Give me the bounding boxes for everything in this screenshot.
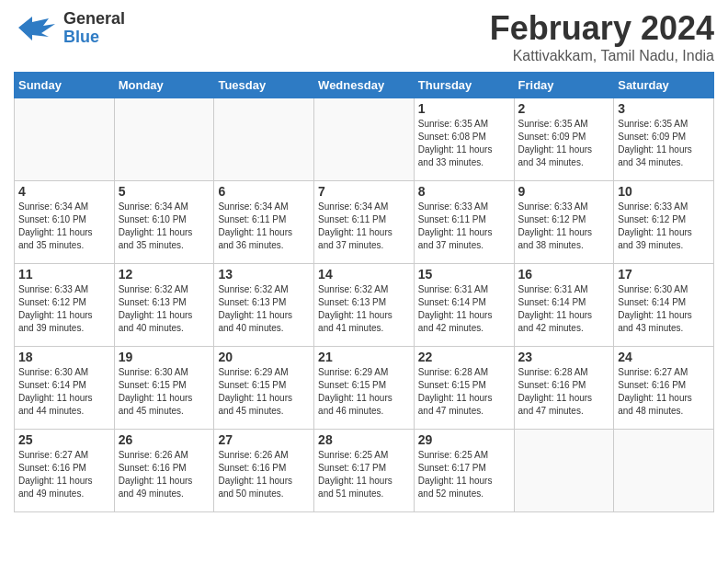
day-info: Sunrise: 6:30 AM Sunset: 6:14 PM Dayligh… (18, 366, 110, 418)
calendar-cell: 14Sunrise: 6:32 AM Sunset: 6:13 PM Dayli… (314, 264, 415, 347)
day-number: 6 (218, 184, 310, 199)
day-info: Sunrise: 6:26 AM Sunset: 6:16 PM Dayligh… (119, 449, 210, 500)
day-of-week-header: Thursday (414, 73, 514, 98)
calendar-week-row: 18Sunrise: 6:30 AM Sunset: 6:14 PM Dayli… (15, 347, 714, 430)
day-number: 1 (418, 101, 510, 116)
calendar-cell: 11Sunrise: 6:33 AM Sunset: 6:12 PM Dayli… (15, 264, 115, 347)
calendar-cell (314, 98, 415, 181)
day-info: Sunrise: 6:31 AM Sunset: 6:14 PM Dayligh… (418, 283, 510, 335)
calendar-cell: 1Sunrise: 6:35 AM Sunset: 6:08 PM Daylig… (414, 98, 514, 181)
day-info: Sunrise: 6:30 AM Sunset: 6:14 PM Dayligh… (618, 283, 710, 335)
calendar-cell: 13Sunrise: 6:32 AM Sunset: 6:13 PM Dayli… (214, 264, 314, 347)
day-info: Sunrise: 6:35 AM Sunset: 6:09 PM Dayligh… (618, 118, 710, 169)
day-number: 11 (18, 267, 110, 282)
day-info: Sunrise: 6:33 AM Sunset: 6:12 PM Dayligh… (618, 201, 710, 252)
calendar-cell: 20Sunrise: 6:29 AM Sunset: 6:15 PM Dayli… (214, 347, 314, 430)
day-info: Sunrise: 6:32 AM Sunset: 6:13 PM Dayligh… (218, 283, 310, 335)
calendar-cell: 3Sunrise: 6:35 AM Sunset: 6:09 PM Daylig… (614, 98, 714, 181)
day-info: Sunrise: 6:28 AM Sunset: 6:15 PM Dayligh… (418, 366, 510, 418)
day-info: Sunrise: 6:27 AM Sunset: 6:16 PM Dayligh… (618, 366, 710, 418)
day-info: Sunrise: 6:34 AM Sunset: 6:10 PM Dayligh… (18, 201, 110, 252)
day-info: Sunrise: 6:35 AM Sunset: 6:09 PM Dayligh… (518, 118, 610, 169)
calendar-cell: 19Sunrise: 6:30 AM Sunset: 6:15 PM Dayli… (114, 347, 214, 430)
svg-marker-0 (18, 17, 55, 40)
logo-label: General Blue (63, 10, 125, 47)
month-title: February 2024 (490, 9, 714, 48)
calendar-table: SundayMondayTuesdayWednesdayThursdayFrid… (14, 72, 714, 512)
day-info: Sunrise: 6:30 AM Sunset: 6:15 PM Dayligh… (119, 366, 210, 418)
day-info: Sunrise: 6:28 AM Sunset: 6:16 PM Dayligh… (518, 366, 610, 418)
day-number: 19 (119, 350, 210, 364)
header-row: SundayMondayTuesdayWednesdayThursdayFrid… (15, 73, 714, 98)
calendar-cell: 25Sunrise: 6:27 AM Sunset: 6:16 PM Dayli… (15, 430, 115, 512)
location-subtitle: Kattivakkam, Tamil Nadu, India (490, 48, 714, 64)
calendar-cell: 27Sunrise: 6:26 AM Sunset: 6:16 PM Dayli… (214, 430, 314, 512)
day-info: Sunrise: 6:33 AM Sunset: 6:12 PM Dayligh… (518, 201, 610, 252)
day-info: Sunrise: 6:29 AM Sunset: 6:15 PM Dayligh… (218, 366, 310, 418)
day-number: 28 (318, 432, 410, 447)
day-info: Sunrise: 6:26 AM Sunset: 6:16 PM Dayligh… (218, 449, 310, 500)
day-number: 14 (318, 267, 410, 282)
calendar-cell: 28Sunrise: 6:25 AM Sunset: 6:17 PM Dayli… (314, 430, 415, 512)
header: General Blue February 2024 Kattivakkam, … (14, 9, 714, 64)
day-number: 23 (518, 350, 610, 364)
day-number: 10 (618, 184, 710, 199)
day-info: Sunrise: 6:33 AM Sunset: 6:11 PM Dayligh… (418, 201, 510, 252)
day-info: Sunrise: 6:25 AM Sunset: 6:17 PM Dayligh… (418, 449, 510, 500)
day-info: Sunrise: 6:27 AM Sunset: 6:16 PM Dayligh… (18, 449, 110, 500)
calendar-cell: 7Sunrise: 6:34 AM Sunset: 6:11 PM Daylig… (314, 181, 415, 264)
logo-icon (14, 9, 60, 48)
calendar-cell: 21Sunrise: 6:29 AM Sunset: 6:15 PM Dayli… (314, 347, 415, 430)
calendar-cell: 4Sunrise: 6:34 AM Sunset: 6:10 PM Daylig… (15, 181, 115, 264)
day-number: 8 (418, 184, 510, 199)
calendar-cell: 12Sunrise: 6:32 AM Sunset: 6:13 PM Dayli… (114, 264, 214, 347)
logo-blue-text: Blue (63, 29, 125, 47)
calendar-cell (214, 98, 314, 181)
day-number: 24 (618, 350, 710, 364)
calendar-cell: 9Sunrise: 6:33 AM Sunset: 6:12 PM Daylig… (514, 181, 614, 264)
day-number: 5 (119, 184, 210, 199)
day-of-week-header: Saturday (614, 73, 714, 98)
day-number: 9 (518, 184, 610, 199)
calendar-body: 1Sunrise: 6:35 AM Sunset: 6:08 PM Daylig… (15, 98, 714, 512)
calendar-week-row: 4Sunrise: 6:34 AM Sunset: 6:10 PM Daylig… (15, 181, 714, 264)
calendar-cell (114, 98, 214, 181)
calendar-cell: 2Sunrise: 6:35 AM Sunset: 6:09 PM Daylig… (514, 98, 614, 181)
day-number: 12 (119, 267, 210, 282)
calendar-cell: 24Sunrise: 6:27 AM Sunset: 6:16 PM Dayli… (614, 347, 714, 430)
calendar-header: SundayMondayTuesdayWednesdayThursdayFrid… (15, 73, 714, 98)
calendar-cell: 10Sunrise: 6:33 AM Sunset: 6:12 PM Dayli… (614, 181, 714, 264)
day-info: Sunrise: 6:29 AM Sunset: 6:15 PM Dayligh… (318, 366, 410, 418)
day-number: 26 (119, 432, 210, 447)
day-number: 13 (218, 267, 310, 282)
day-number: 3 (618, 101, 710, 116)
calendar-cell: 22Sunrise: 6:28 AM Sunset: 6:15 PM Dayli… (414, 347, 514, 430)
logo: General Blue (14, 9, 125, 48)
day-info: Sunrise: 6:34 AM Sunset: 6:11 PM Dayligh… (318, 201, 410, 252)
day-number: 4 (18, 184, 110, 199)
day-number: 20 (218, 350, 310, 364)
day-info: Sunrise: 6:34 AM Sunset: 6:11 PM Dayligh… (218, 201, 310, 252)
day-info: Sunrise: 6:32 AM Sunset: 6:13 PM Dayligh… (318, 283, 410, 335)
day-info: Sunrise: 6:31 AM Sunset: 6:14 PM Dayligh… (518, 283, 610, 335)
day-of-week-header: Wednesday (314, 73, 415, 98)
day-number: 27 (218, 432, 310, 447)
calendar-cell: 26Sunrise: 6:26 AM Sunset: 6:16 PM Dayli… (114, 430, 214, 512)
calendar-cell (15, 98, 115, 181)
day-of-week-header: Monday (114, 73, 214, 98)
calendar-cell: 5Sunrise: 6:34 AM Sunset: 6:10 PM Daylig… (114, 181, 214, 264)
calendar-cell: 29Sunrise: 6:25 AM Sunset: 6:17 PM Dayli… (414, 430, 514, 512)
calendar-cell (514, 430, 614, 512)
logo-general-text: General (63, 10, 125, 29)
day-number: 16 (518, 267, 610, 282)
day-of-week-header: Friday (514, 73, 614, 98)
calendar-week-row: 11Sunrise: 6:33 AM Sunset: 6:12 PM Dayli… (15, 264, 714, 347)
title-area: February 2024 Kattivakkam, Tamil Nadu, I… (490, 9, 714, 64)
day-info: Sunrise: 6:25 AM Sunset: 6:17 PM Dayligh… (318, 449, 410, 500)
day-number: 18 (18, 350, 110, 364)
day-info: Sunrise: 6:32 AM Sunset: 6:13 PM Dayligh… (119, 283, 210, 335)
day-number: 21 (318, 350, 410, 364)
calendar-week-row: 25Sunrise: 6:27 AM Sunset: 6:16 PM Dayli… (15, 430, 714, 512)
calendar-cell: 6Sunrise: 6:34 AM Sunset: 6:11 PM Daylig… (214, 181, 314, 264)
day-info: Sunrise: 6:35 AM Sunset: 6:08 PM Dayligh… (418, 118, 510, 169)
